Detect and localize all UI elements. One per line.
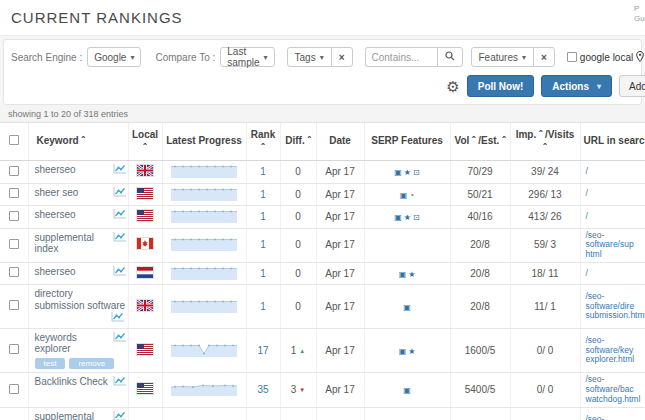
search-engine-select[interactable]: Google ▾: [87, 47, 141, 67]
url-link[interactable]: /: [586, 189, 642, 199]
tags-clear-button[interactable]: ×: [331, 47, 353, 67]
column-header-keyword[interactable]: Keyword ˆ: [28, 123, 128, 161]
keyword-link[interactable]: directory submission software: [35, 288, 126, 311]
row-checkbox[interactable]: [9, 384, 19, 394]
features-clear-button[interactable]: ×: [533, 47, 555, 67]
settings-gear-icon[interactable]: ⚙: [446, 79, 459, 94]
url-link[interactable]: /seo-software/suphtml: [586, 415, 642, 420]
progress-sparkline[interactable]: [171, 348, 237, 359]
row-checkbox[interactable]: [9, 239, 19, 249]
table-row: Backlinks Check353 ▼Apr 17▣5400/50/ 0/se…: [0, 373, 645, 407]
progress-sparkline[interactable]: [171, 271, 237, 282]
close-icon: ×: [339, 52, 345, 63]
netherlands-flag: [137, 269, 153, 280]
url-link[interactable]: /: [586, 167, 642, 177]
column-header-rank[interactable]: Rank ˆ: [246, 123, 280, 161]
actions-button[interactable]: Actions▾: [541, 75, 612, 97]
date-value: Apr 17: [316, 228, 364, 262]
url-link[interactable]: /: [586, 212, 642, 222]
trend-chart-icon[interactable]: [113, 332, 126, 345]
keyword-link[interactable]: sheer seo: [35, 187, 79, 199]
column-header-date[interactable]: Date: [316, 123, 364, 161]
keyword-link[interactable]: supplemental index: [35, 232, 111, 255]
column-header-vol-est[interactable]: Vol ˆ /Est. ˆ: [450, 123, 510, 161]
contains-filter-group: [365, 47, 463, 67]
add-keyword-button[interactable]: Add K: [619, 75, 645, 97]
column-header-imp-visits[interactable]: Imp. ˆ /Visits ˆ: [510, 123, 580, 161]
progress-sparkline[interactable]: [171, 192, 237, 203]
keyword-link[interactable]: keywords explorer: [35, 332, 111, 355]
trend-chart-icon[interactable]: [111, 313, 124, 324]
chevron-down-icon: ▾: [130, 53, 134, 62]
keyword-link[interactable]: sheerseo: [35, 209, 76, 221]
table-row: keywords explorertestremove171 ▲Apr 17▣★…: [0, 328, 645, 373]
canada-flag: [137, 240, 153, 251]
url-link[interactable]: /seo-software/suphtml: [586, 231, 642, 260]
column-header-latest-progress[interactable]: Latest Progress: [162, 123, 246, 161]
date-value: Apr 17: [316, 407, 364, 420]
column-header-url-in-search-re[interactable]: URL in search re: [580, 123, 645, 161]
column-header-local[interactable]: Local ˆ: [128, 123, 162, 161]
shopping-tag-icon: ⊡: [413, 168, 420, 177]
progress-sparkline[interactable]: [171, 304, 237, 315]
diff-value: 1: [291, 345, 297, 356]
us-flag: [137, 346, 153, 357]
keyword-link[interactable]: sheerseo: [35, 164, 76, 176]
review-star-icon: ★: [404, 213, 411, 222]
us-flag: [137, 190, 153, 201]
trend-chart-icon[interactable]: [113, 376, 126, 389]
rank-value: 35: [257, 384, 268, 395]
row-checkbox[interactable]: [9, 344, 19, 354]
google-local-label: google local: [580, 52, 633, 63]
trend-chart-icon[interactable]: [113, 411, 126, 420]
url-link[interactable]: /seo-software/diresubmission.html: [586, 292, 642, 321]
trend-chart-icon[interactable]: [113, 209, 126, 222]
keyword-link[interactable]: sheerseo: [35, 266, 76, 278]
url-link[interactable]: /seo-software/bacwatchdog.html: [586, 375, 642, 404]
row-checkbox[interactable]: [9, 300, 19, 310]
features-button[interactable]: Features▾: [471, 47, 534, 67]
chevron-down-icon: ▾: [320, 53, 324, 62]
keyword-link[interactable]: Backlinks Check: [35, 376, 108, 388]
search-button[interactable]: [437, 47, 463, 67]
contains-input[interactable]: [365, 47, 437, 67]
table-row: directory submission software10Apr 17▣20…: [0, 285, 645, 329]
poll-now-button[interactable]: Poll Now!: [467, 75, 535, 97]
keyword-link[interactable]: supplemental index: [35, 411, 111, 420]
clock-icon: ◔: [409, 191, 414, 200]
checkbox-box[interactable]: [567, 52, 577, 62]
row-checkbox[interactable]: [9, 166, 19, 176]
tag-chip[interactable]: remove: [69, 358, 114, 370]
progress-sparkline[interactable]: [171, 169, 237, 180]
image-pack-icon: ▣: [394, 168, 402, 177]
tag-chip[interactable]: test: [35, 358, 66, 370]
select-all-checkbox[interactable]: [9, 135, 19, 145]
row-checkbox[interactable]: [9, 211, 19, 221]
progress-sparkline[interactable]: [171, 242, 237, 253]
chevron-down-icon: ▾: [597, 82, 601, 91]
impressions-visits-value: 39/ 24: [510, 161, 580, 184]
tags-button[interactable]: Tags▾: [287, 47, 332, 67]
trend-chart-icon[interactable]: [113, 164, 126, 177]
column-header-serp-features[interactable]: SERP Features: [364, 123, 450, 161]
rankings-table: Keyword ˆLocal ˆLatest ProgressRank ˆDif…: [0, 123, 645, 420]
progress-sparkline[interactable]: [171, 214, 237, 225]
trend-chart-icon[interactable]: [113, 232, 126, 245]
progress-sparkline[interactable]: [171, 387, 237, 398]
row-checkbox[interactable]: [9, 188, 19, 198]
corner-line-1: P: [634, 4, 645, 14]
trend-chart-icon[interactable]: [113, 187, 126, 200]
column-header-diff[interactable]: Diff. ˆ: [280, 123, 316, 161]
tags-filter-group: Tags▾ ×: [287, 47, 353, 67]
filter-panel: Search Engine : Google ▾ Compare To : La…: [3, 39, 642, 105]
image-pack-icon: ▣: [403, 386, 411, 395]
row-checkbox[interactable]: [9, 267, 19, 277]
google-local-checkbox[interactable]: google local: [567, 51, 644, 64]
serp-features: ▣★: [364, 262, 450, 285]
trend-chart-icon[interactable]: [113, 266, 126, 279]
compare-to-select[interactable]: Last sample ▾: [220, 47, 274, 67]
url-link[interactable]: /: [586, 269, 642, 279]
volume-estimate-value: 5400/5: [450, 373, 510, 407]
url-link[interactable]: /seo-software/keyexplorer.html: [586, 336, 642, 365]
image-pack-icon: ▣: [400, 191, 408, 200]
